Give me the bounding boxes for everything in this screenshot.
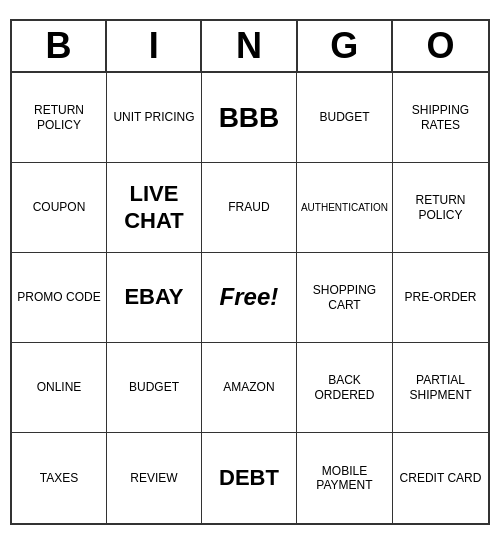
bingo-cell: BACK ORDERED	[297, 343, 393, 433]
bingo-cell: DEBT	[202, 433, 297, 523]
bingo-cell: BUDGET	[107, 343, 202, 433]
bingo-cell: SHIPPING RATES	[393, 73, 488, 163]
bingo-cell: UNIT PRICING	[107, 73, 202, 163]
bingo-cell: SHOPPING CART	[297, 253, 393, 343]
header-letter: O	[393, 21, 488, 71]
bingo-cell: TAXES	[12, 433, 107, 523]
header-letter: I	[107, 21, 202, 71]
bingo-cell: LIVE CHAT	[107, 163, 202, 253]
bingo-grid: RETURN POLICYUNIT PRICINGBBBBUDGETSHIPPI…	[12, 73, 488, 523]
bingo-cell: BUDGET	[297, 73, 393, 163]
bingo-cell: CREDIT CARD	[393, 433, 488, 523]
bingo-cell: COUPON	[12, 163, 107, 253]
bingo-cell: PARTIAL SHIPMENT	[393, 343, 488, 433]
bingo-cell: BBB	[202, 73, 297, 163]
header-letter: G	[298, 21, 393, 71]
bingo-cell: RETURN POLICY	[12, 73, 107, 163]
bingo-header: BINGO	[12, 21, 488, 73]
bingo-cell: EBAY	[107, 253, 202, 343]
bingo-cell: Free!	[202, 253, 297, 343]
header-letter: B	[12, 21, 107, 71]
bingo-card: BINGO RETURN POLICYUNIT PRICINGBBBBUDGET…	[10, 19, 490, 525]
bingo-cell: FRAUD	[202, 163, 297, 253]
bingo-cell: PRE-ORDER	[393, 253, 488, 343]
bingo-cell: PROMO CODE	[12, 253, 107, 343]
bingo-cell: MOBILE PAYMENT	[297, 433, 393, 523]
bingo-cell: AMAZON	[202, 343, 297, 433]
bingo-cell: AUTHENTICATION	[297, 163, 393, 253]
bingo-cell: RETURN POLICY	[393, 163, 488, 253]
bingo-cell: REVIEW	[107, 433, 202, 523]
bingo-cell: ONLINE	[12, 343, 107, 433]
header-letter: N	[202, 21, 297, 71]
